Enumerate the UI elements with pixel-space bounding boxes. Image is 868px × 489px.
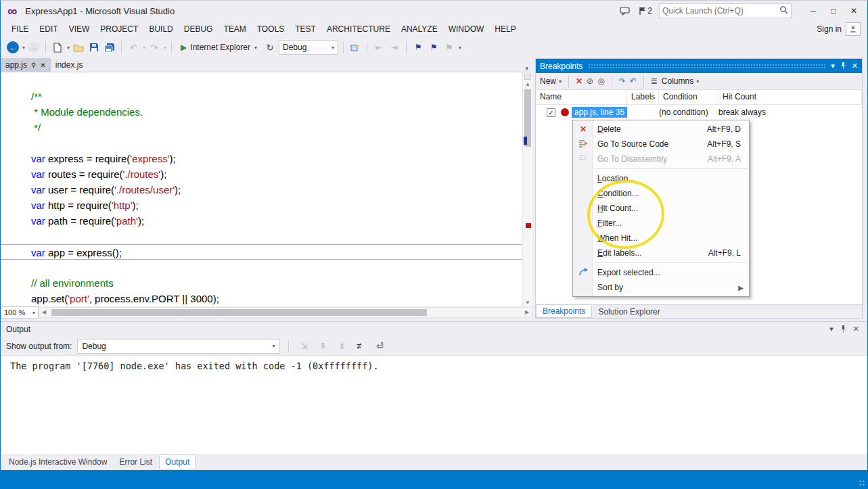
column-header-labels[interactable]: Labels bbox=[627, 90, 659, 104]
output-content[interactable]: The program '[7760] node.exe' has exited… bbox=[1, 355, 867, 454]
breakpoint-row[interactable]: ✓ app.js, line 35 (no condition) break a… bbox=[536, 105, 862, 120]
context-menu-item-sort-by[interactable]: Sort by▶ bbox=[573, 280, 749, 295]
column-header-condition[interactable]: Condition bbox=[659, 90, 718, 104]
scroll-down-icon[interactable]: ▼ bbox=[523, 300, 532, 306]
bottom-tab-error-list[interactable]: Error List bbox=[114, 455, 158, 469]
code-line[interactable]: */ bbox=[1, 120, 532, 135]
browser-target-dropdown-icon[interactable]: ▾ bbox=[254, 45, 257, 51]
menu-edit[interactable]: EDIT bbox=[34, 22, 63, 36]
solution-config-dropdown[interactable]: Debug ▾ bbox=[279, 40, 338, 55]
navigate-forward-button[interactable]: → bbox=[27, 40, 41, 55]
pin-icon[interactable] bbox=[840, 325, 846, 334]
code-line[interactable]: var express = require('express'); bbox=[1, 151, 532, 166]
delete-all-breakpoints-button[interactable]: ⊘ bbox=[587, 76, 593, 86]
drag-handle[interactable] bbox=[588, 64, 825, 69]
context-menu-item-condition[interactable]: Condition... bbox=[573, 186, 749, 201]
splitter-grip-icon[interactable] bbox=[524, 74, 531, 80]
quick-launch-input[interactable] bbox=[662, 6, 779, 16]
search-icon[interactable] bbox=[779, 5, 788, 17]
tab-app-js[interactable]: app.js⚲✕ bbox=[1, 58, 51, 72]
new-file-button[interactable] bbox=[51, 40, 64, 55]
attach-process-button[interactable] bbox=[348, 40, 362, 55]
sign-in-link[interactable]: Sign in bbox=[817, 24, 842, 34]
window-position-icon[interactable]: ▾ bbox=[831, 62, 835, 70]
new-file-dropdown-icon[interactable]: ▾ bbox=[67, 45, 70, 51]
previous-message-button[interactable]: ⇞ bbox=[316, 339, 329, 354]
menu-view[interactable]: VIEW bbox=[64, 22, 95, 36]
close-icon[interactable]: ✕ bbox=[853, 325, 859, 334]
context-menu-item-filter[interactable]: Filter... bbox=[573, 216, 749, 231]
menu-help[interactable]: HELP bbox=[489, 22, 521, 36]
pane-tab-solution-explorer[interactable]: Solution Explorer bbox=[592, 305, 666, 318]
code-line[interactable] bbox=[1, 260, 532, 275]
context-menu-item-location[interactable]: Location... bbox=[573, 171, 749, 186]
breakpoints-title-bar[interactable]: Breakpoints ▾ ✕ bbox=[536, 59, 862, 73]
code-line[interactable]: var path = require('path'); bbox=[1, 213, 532, 229]
scroll-left-icon[interactable]: ◀ bbox=[39, 308, 49, 317]
toolbar-overflow-icon[interactable]: ▾ bbox=[459, 45, 461, 51]
scroll-up-icon[interactable]: ▲ bbox=[523, 81, 532, 87]
code-line[interactable] bbox=[1, 229, 532, 244]
feedback-icon[interactable] bbox=[617, 4, 632, 18]
maximize-button[interactable]: □ bbox=[824, 3, 843, 18]
refresh-button[interactable]: ↻ bbox=[263, 40, 277, 55]
decrease-indent-button[interactable]: ⇤ bbox=[372, 40, 386, 55]
column-chooser-icon[interactable]: ≣ bbox=[651, 76, 658, 86]
menu-analyze[interactable]: ANALYZE bbox=[396, 22, 443, 36]
code-line[interactable]: /** bbox=[1, 89, 532, 104]
next-message-button[interactable]: ⇟ bbox=[335, 339, 348, 354]
context-menu-item-when-hit[interactable]: When Hit... bbox=[573, 231, 749, 246]
scroll-right-icon[interactable]: ▶ bbox=[522, 308, 532, 317]
export-breakpoints-button[interactable]: ↷ bbox=[619, 76, 626, 86]
find-message-button[interactable]: ⇲ bbox=[297, 339, 311, 354]
close-button[interactable]: ✕ bbox=[844, 3, 863, 18]
open-file-button[interactable] bbox=[72, 40, 85, 55]
navigate-back-dropdown-icon[interactable]: ▾ bbox=[22, 45, 25, 51]
close-icon[interactable]: ✕ bbox=[852, 62, 858, 70]
redo-button[interactable]: ↷ bbox=[147, 40, 161, 55]
code-editor[interactable]: /** * Module dependencies. */ var expres… bbox=[1, 72, 532, 306]
context-menu-item-hit-count[interactable]: Hit Count... bbox=[573, 201, 749, 216]
code-line[interactable]: var app = express(); bbox=[1, 244, 522, 260]
clear-all-button[interactable]: ≢ bbox=[354, 339, 367, 354]
code-line[interactable]: * Module dependencies. bbox=[1, 104, 532, 120]
code-line[interactable]: // all environments bbox=[1, 275, 532, 291]
menu-window[interactable]: WINDOW bbox=[443, 22, 490, 36]
code-line[interactable]: var user = require('./routes/user'); bbox=[1, 182, 532, 197]
disable-all-breakpoints-button[interactable]: ◎ bbox=[597, 76, 604, 86]
editor-horizontal-scrollbar[interactable]: ◀ ▶ bbox=[39, 307, 532, 318]
menu-debug[interactable]: DEBUG bbox=[179, 22, 219, 36]
user-avatar-icon[interactable] bbox=[846, 22, 861, 36]
context-menu-item-delete[interactable]: ✕DeleteAlt+F9, D bbox=[573, 122, 749, 137]
code-line[interactable] bbox=[1, 135, 532, 151]
save-all-button[interactable] bbox=[103, 40, 116, 55]
new-breakpoint-button[interactable]: New ▾ bbox=[540, 76, 562, 86]
output-title-bar[interactable]: Output ▾ ✕ bbox=[1, 322, 867, 337]
zoom-dropdown[interactable]: 100 % ▾ bbox=[1, 306, 39, 319]
toggle-bookmark-button[interactable]: ⚑ bbox=[411, 40, 425, 55]
resize-grip-icon[interactable] bbox=[859, 480, 865, 486]
quick-launch-box[interactable] bbox=[659, 3, 792, 18]
menu-build[interactable]: BUILD bbox=[143, 22, 178, 36]
bottom-tab-output[interactable]: Output bbox=[159, 455, 196, 469]
column-header-name[interactable]: Name bbox=[536, 90, 627, 104]
menu-file[interactable]: FILE bbox=[6, 22, 34, 36]
code-line[interactable]: var http = require('http'); bbox=[1, 197, 532, 213]
notifications-flag[interactable]: 2 bbox=[639, 6, 652, 16]
menu-project[interactable]: PROJECT bbox=[95, 22, 143, 36]
breakpoint-name[interactable]: app.js, line 35 bbox=[572, 107, 627, 118]
bottom-tab-node-js-interactive-window[interactable]: Node.js Interactive Window bbox=[3, 455, 112, 469]
start-debugging-button[interactable]: ▶ Internet Explorer ▾ bbox=[177, 41, 261, 53]
breakpoint-enabled-checkbox[interactable]: ✓ bbox=[547, 108, 555, 117]
window-position-icon[interactable]: ▾ bbox=[829, 325, 833, 334]
context-menu-item-export-selected[interactable]: Export selected... bbox=[573, 265, 749, 280]
editor-vertical-scrollbar[interactable]: ▲ ▼ bbox=[522, 72, 532, 306]
menu-architecture[interactable]: ARCHITECTURE bbox=[321, 22, 396, 36]
delete-breakpoint-button[interactable]: ✕ bbox=[576, 76, 583, 86]
pane-tab-breakpoints[interactable]: Breakpoints bbox=[536, 305, 592, 318]
menu-test[interactable]: TEST bbox=[290, 22, 321, 36]
column-header-hit-count[interactable]: Hit Count bbox=[718, 90, 862, 104]
next-bookmark-button[interactable]: ⚑ bbox=[442, 40, 456, 55]
navigate-back-button[interactable]: ← bbox=[6, 40, 20, 55]
code-line[interactable]: var routes = require('./routes'); bbox=[1, 166, 532, 182]
